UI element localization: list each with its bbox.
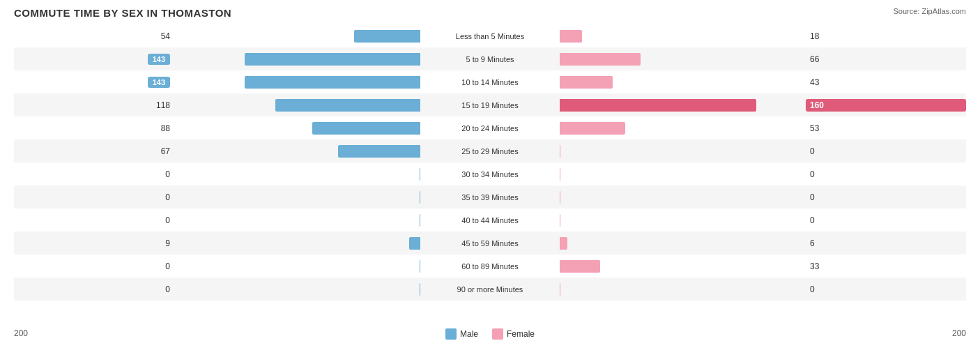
bar-female [560, 260, 600, 273]
right-bar-area [560, 144, 806, 159]
chart-row: 143 5 to 9 Minutes 66 [14, 47, 966, 70]
left-value: 0 [14, 169, 174, 179]
bar-female [560, 145, 560, 158]
row-label: 20 to 24 Minutes [420, 124, 560, 132]
left-bar-area [174, 259, 420, 274]
bar-female [560, 30, 582, 43]
bar-female [560, 214, 560, 227]
row-label: 25 to 29 Minutes [420, 147, 560, 156]
bars-center: Less than 5 Minutes [174, 24, 806, 47]
left-bar-area [174, 236, 420, 251]
chart-title: COMMUTE TIME BY SEX IN THOMASTON [14, 7, 966, 19]
left-value: 0 [14, 192, 174, 202]
chart-row: 0 90 or more Minutes 0 [14, 278, 966, 301]
bar-female [560, 122, 625, 135]
chart-area: 54 Less than 5 Minutes 18 143 5 to 9 Min… [14, 24, 966, 324]
legend-female: Female [492, 328, 535, 340]
legend-female-label: Female [507, 329, 535, 339]
left-bar-area [174, 29, 420, 44]
right-bar-area [560, 236, 806, 251]
bar-male [312, 122, 420, 135]
row-label: 90 or more Minutes [420, 285, 560, 294]
bar-female [560, 99, 756, 112]
row-label: 30 to 34 Minutes [420, 170, 560, 179]
chart-row: 118 15 to 19 Minutes 160 [14, 93, 966, 116]
left-value: 67 [14, 146, 174, 156]
bars-center: 35 to 39 Minutes [174, 185, 806, 208]
right-value: 33 [806, 261, 966, 271]
row-label: 10 to 14 Minutes [420, 78, 560, 86]
left-bar-area [174, 75, 420, 90]
chart-row: 0 40 to 44 Minutes 0 [14, 208, 966, 232]
chart-row: 143 10 to 14 Minutes 43 [14, 70, 966, 93]
right-value: 0 [806, 285, 966, 294]
left-value: 0 [14, 261, 174, 271]
bars-center: 20 to 24 Minutes [174, 116, 806, 139]
right-value: 18 [806, 31, 966, 41]
left-bar-area [174, 121, 420, 136]
row-label: 5 to 9 Minutes [420, 55, 560, 63]
left-value: 0 [14, 285, 174, 294]
right-value: 53 [806, 123, 966, 133]
right-bar-area [560, 259, 806, 274]
chart-row: 54 Less than 5 Minutes 18 [14, 24, 966, 47]
left-bar-area [174, 213, 420, 228]
row-label: 40 to 44 Minutes [420, 216, 560, 225]
row-label: 35 to 39 Minutes [420, 193, 560, 202]
legend: Male Female [174, 328, 806, 340]
left-value: 143 [14, 77, 174, 87]
left-bar-area [174, 282, 420, 297]
right-bar-area [560, 98, 806, 113]
row-label: 45 to 59 Minutes [420, 239, 560, 248]
right-bar-area [560, 52, 806, 67]
chart-row: 0 60 to 89 Minutes 33 [14, 255, 966, 278]
bar-male [245, 76, 420, 89]
right-value: 0 [806, 215, 966, 225]
bar-female [560, 168, 560, 181]
left-value: 54 [14, 31, 174, 41]
left-value: 9 [14, 238, 174, 248]
left-bar-area [174, 190, 420, 205]
right-bar-area [560, 75, 806, 90]
bar-female [560, 237, 567, 250]
right-bar-area [560, 121, 806, 136]
right-value: 0 [806, 169, 966, 179]
bars-center: 15 to 19 Minutes [174, 93, 806, 116]
left-bar-area [174, 52, 420, 67]
right-bar-area [560, 190, 806, 205]
right-bar-area [560, 282, 806, 297]
left-value: 143 [14, 54, 174, 64]
right-value: 43 [806, 77, 966, 87]
bar-female [560, 283, 560, 296]
bars-center: 5 to 9 Minutes [174, 47, 806, 70]
legend-female-box [492, 328, 503, 340]
legend-male: Male [445, 328, 478, 340]
bar-male [245, 53, 420, 66]
bars-center: 10 to 14 Minutes [174, 70, 806, 93]
right-value: 0 [806, 192, 966, 202]
chart-row: 9 45 to 59 Minutes 6 [14, 232, 966, 255]
right-value: 6 [806, 238, 966, 248]
bar-male [354, 30, 420, 43]
right-bar-area [560, 167, 806, 182]
left-bar-area [174, 98, 420, 113]
bottom-row: 200 Male Female 200 [14, 327, 966, 340]
chart-row: 0 30 to 34 Minutes 0 [14, 162, 966, 185]
bars-center: 30 to 34 Minutes [174, 162, 806, 185]
right-bar-area [560, 213, 806, 228]
chart-row: 0 35 to 39 Minutes 0 [14, 185, 966, 208]
bar-female [560, 191, 560, 204]
bars-center: 60 to 89 Minutes [174, 255, 806, 278]
row-label: 60 to 89 Minutes [420, 262, 560, 271]
row-label: 15 to 19 Minutes [420, 101, 560, 109]
left-bar-area [174, 167, 420, 182]
right-value: 160 [806, 99, 966, 112]
right-value: 66 [806, 54, 966, 64]
source-text: Source: ZipAtlas.com [893, 7, 966, 15]
left-bar-area [174, 144, 420, 159]
left-value: 0 [14, 215, 174, 225]
bars-center: 25 to 29 Minutes [174, 139, 806, 162]
bars-center: 40 to 44 Minutes [174, 208, 806, 232]
legend-male-box [445, 328, 457, 340]
bar-female [560, 53, 641, 66]
